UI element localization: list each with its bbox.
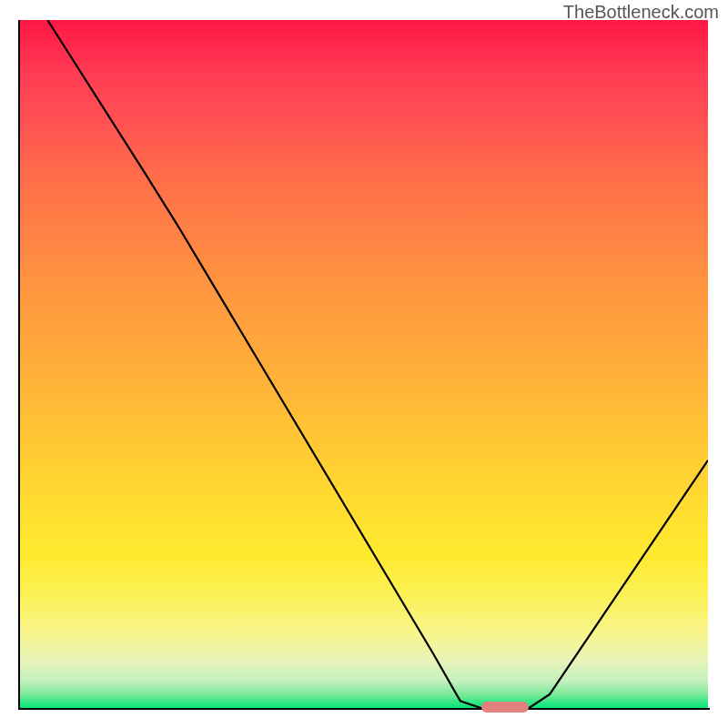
watermark-text: TheBottleneck.com: [563, 2, 719, 23]
optimal-range-marker: [481, 702, 530, 713]
x-axis: [18, 708, 710, 710]
bottleneck-curve: [20, 20, 708, 708]
